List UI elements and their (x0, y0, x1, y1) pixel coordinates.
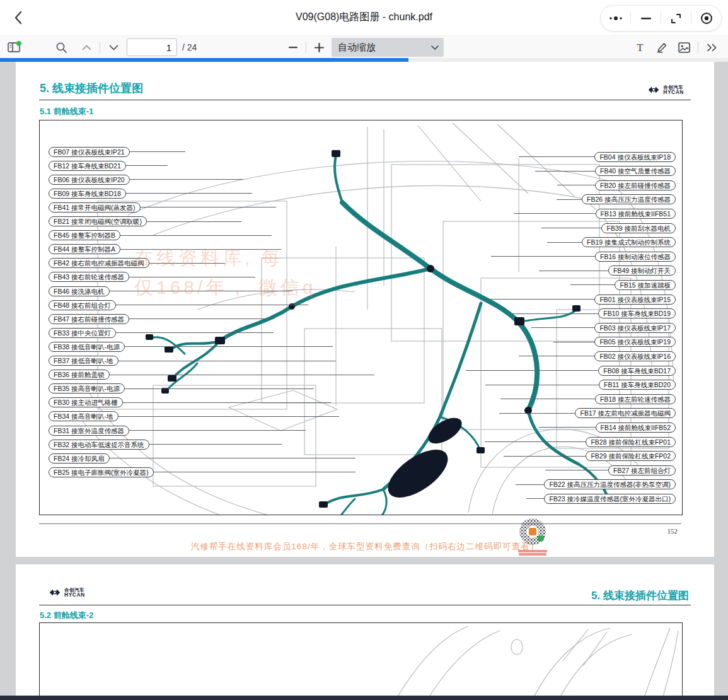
hycan-logo-icon (647, 85, 660, 95)
callout-label: FB16 接制动液位传感器 (595, 252, 676, 262)
callout-label: FB36 接前舱盖锁 (49, 370, 110, 380)
callout-row: FB06 接仪表板线束IP20 (49, 175, 243, 184)
pdf-viewport[interactable]: 5. 线束接插件位置图 合创汽车 HYCAN 5.1 前舱线束-1 (0, 62, 728, 696)
leader-line (500, 399, 595, 399)
more-options-button[interactable] (601, 6, 630, 31)
callout-row: FB04 接仪表板线束IP18 (519, 152, 676, 161)
callout-label: FB30 接主动进气格栅 (49, 397, 123, 407)
zoom-out-button[interactable] (285, 39, 301, 55)
titlebar: V09(G08)电路图册 - chunk.pdf (0, 0, 728, 35)
callout-row: FB23 接冷媒温度传感器(室外冷凝器出口) (526, 494, 676, 503)
callout-row: FB34 接高音喇叭-地 (49, 412, 339, 421)
minimize-icon (641, 17, 651, 20)
leader-line (126, 165, 168, 166)
insert-image-button[interactable] (676, 39, 692, 55)
wiring-diagram-1: 在线资料库, 每 仅168/年， 微信q FB07 接仪表板线束IP21FB12… (39, 120, 683, 515)
leader-line (481, 299, 594, 300)
callout-row: FB48 接右前组合灯 (49, 300, 308, 310)
callout-row: FB15 接加速踏板 (570, 280, 676, 289)
previous-page-button[interactable] (78, 39, 95, 55)
minimize-button[interactable] (631, 6, 661, 31)
sidebar-toggle-button[interactable] (6, 39, 23, 55)
callout-label: FB39 接前刮水器电机 (601, 223, 676, 233)
callout-label: FB34 接高音喇叭-地 (49, 411, 118, 421)
callout-row: FB18 接左前轮速传感器 (500, 394, 676, 404)
callout-label: FB02 接仪表板线束IP16 (594, 351, 676, 361)
callout-label: FB10 接车身线束BD19 (598, 308, 676, 318)
next-page-button[interactable] (105, 39, 122, 55)
callout-label: FB12 接车身线束BD21 (49, 161, 126, 171)
leader-line (147, 221, 241, 222)
qr-stamp (514, 517, 552, 557)
leader-line (130, 179, 243, 180)
bottom-window-edge (0, 696, 728, 700)
zoom-mode-value: 自动缩放 (338, 42, 376, 54)
page-count-label: / 24 (182, 42, 197, 52)
section-heading: 5. 线束接插件位置图 (591, 588, 689, 603)
more-dots-icon (608, 15, 623, 21)
pdf-page-1: 5. 线束接插件位置图 合创汽车 HYCAN 5.1 前舱线束-1 (16, 62, 714, 557)
leader-line (485, 441, 586, 442)
leader-line (118, 361, 336, 361)
callout-label: FB37 接低音喇叭-地 (49, 356, 118, 366)
subsection-heading: 5.1 前舱线束-1 (40, 106, 93, 117)
more-tools-button[interactable] (704, 39, 720, 55)
callout-row: FB02 接仪表板线束IP16 (519, 351, 676, 361)
callout-row: FB49 接制动灯开关 (539, 266, 676, 276)
zoom-mode-select[interactable]: 自动缩放 (332, 38, 444, 57)
minus-icon (289, 47, 298, 49)
search-button[interactable] (53, 39, 69, 55)
leader-line (120, 249, 281, 250)
leader-line (116, 305, 308, 305)
callout-row: FB47 接右前碰撞传感器 (49, 314, 274, 324)
plus-icon (315, 43, 324, 52)
leader-line (129, 277, 255, 277)
callout-row: FB09 接车身线束BD18 (49, 189, 252, 198)
svg-text:T: T (637, 42, 644, 53)
zoom-in-button[interactable] (311, 39, 327, 55)
maximize-icon (671, 13, 681, 24)
callout-label: FB31 接室外温度传感器 (49, 426, 129, 436)
leader-line (547, 242, 582, 243)
callout-row: FB42 接右前电控减振器电磁阀 (49, 259, 225, 268)
callout-row: FB20 接左前碰撞传感器 (557, 180, 676, 190)
callout-label: FB21 接常闭电磁阀(空调取暖) (49, 216, 147, 226)
callout-label: FB08 接车身线束BD17 (598, 366, 676, 376)
callout-row: FB29 接前保险杠线束FP02 (504, 452, 676, 461)
callout-label: FB28 接前保险杠线束FP01 (586, 437, 676, 447)
text-tool-button[interactable]: T (632, 39, 648, 55)
callout-label: FB17 接左前电控减振器电磁阀 (575, 408, 676, 418)
page-number-input[interactable] (127, 38, 177, 56)
callout-row: FB37 接低音喇叭-地 (49, 356, 336, 366)
leader-line (118, 416, 339, 417)
callout-row: FB05 接仪表板线束IP19 (553, 337, 676, 347)
double-chevron-icon (707, 44, 718, 52)
divider (306, 42, 306, 53)
brand-logo: 合创汽车 HYCAN (647, 85, 684, 95)
leader-line (141, 207, 276, 207)
callout-label: FB03 接仪表板线束IP17 (594, 323, 676, 333)
search-icon (55, 42, 67, 54)
callout-label: FB01 接仪表板线束IP15 (594, 295, 676, 305)
leader-line (541, 228, 601, 228)
callout-label: FB27 接左前组合灯 (608, 465, 676, 475)
subsection-heading: 5.2 前舱线束-2 (40, 610, 93, 621)
chevron-down-icon (431, 45, 439, 50)
callout-label: FB15 接加速踏板 (615, 280, 676, 290)
pdf-toolbar: / 24 自动缩放 T (0, 35, 728, 59)
callout-label: FB45 接整车控制器B (49, 230, 120, 240)
callout-row: FB46 接洗涤电机 (49, 286, 292, 296)
chevron-down-icon (109, 45, 118, 50)
pdf-page-2: 合创汽车 HYCAN 5. 线束接插件位置图 5.2 前舱线束-2 (16, 564, 714, 696)
callout-row: FB36 接前舱盖锁 (49, 370, 374, 380)
callout-label: FB18 接左前轮速传感器 (595, 394, 676, 404)
sidebar-toggle-icon (8, 41, 21, 54)
callout-row: FB11 接车身线束BD20 (485, 380, 676, 390)
callout-label: FB42 接右前电控减振器电磁阀 (49, 258, 149, 268)
annotate-pencil-button[interactable] (654, 39, 670, 55)
record-button[interactable] (691, 6, 721, 31)
callout-row: FB26 接高压压力温度传感器 (557, 195, 676, 204)
maximize-button[interactable] (661, 6, 691, 31)
record-icon (700, 12, 713, 25)
callout-label: FB05 接仪表板线束IP19 (594, 337, 676, 347)
